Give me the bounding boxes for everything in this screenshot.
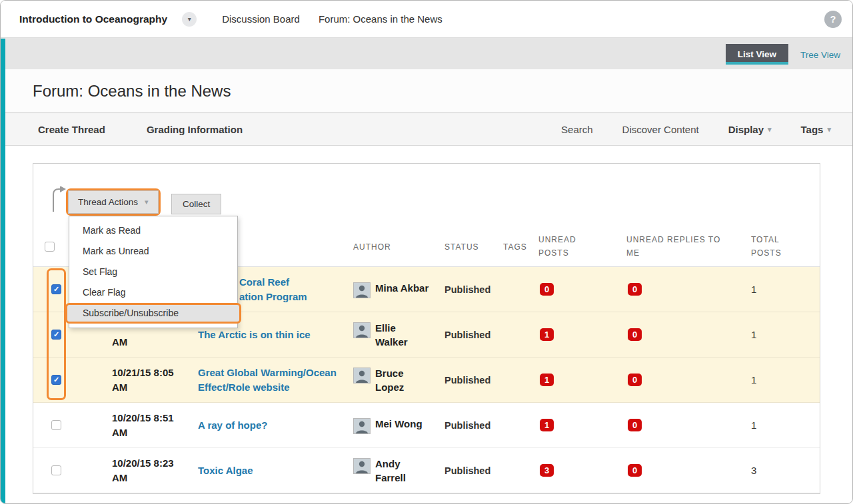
page-title: Forum: Oceans in the News: [33, 82, 231, 101]
column-header-unread-posts: UNREADPOSTS: [538, 234, 626, 260]
chevron-down-icon: ▾: [188, 15, 191, 23]
row-checkbox[interactable]: ✓: [51, 420, 61, 430]
author-cell: Mei Wong: [353, 417, 444, 434]
tags-menu-button[interactable]: Tags▾: [801, 124, 831, 135]
unread-posts-badge: 3: [540, 464, 554, 477]
author-avatar: [353, 418, 371, 434]
total-posts: 3: [751, 465, 820, 476]
unread-replies-badge: 0: [628, 283, 642, 296]
table-row: ✓ 10/20/15 8:51AM A ray of hope? Mei Won…: [33, 403, 820, 448]
total-posts: 1: [751, 284, 820, 295]
check-icon: ✓: [53, 330, 59, 339]
search-button[interactable]: Search: [561, 124, 593, 135]
column-header-status: STATUS: [444, 242, 503, 252]
collect-button[interactable]: Collect: [171, 194, 221, 214]
row-checkbox[interactable]: ✓: [51, 330, 61, 340]
action-bar: Create Thread Grading Information Search…: [1, 113, 852, 146]
author-cell: EllieWalker: [353, 321, 444, 349]
author-cell: AndyFarrell: [353, 457, 444, 485]
thread-link[interactable]: The Arctic is on thin ice: [198, 328, 353, 342]
top-navigation: Introduction to Oceanography ▾ Discussio…: [1, 1, 852, 38]
tab-tree-view[interactable]: Tree View: [800, 44, 840, 60]
course-menu-button[interactable]: ▾: [182, 12, 197, 27]
column-header-author: AUTHOR: [353, 242, 444, 252]
total-posts: 1: [751, 419, 820, 431]
menu-item-mark-as-unread[interactable]: Mark as Unread: [69, 241, 237, 262]
column-header-total-posts: TOTALPOSTS: [751, 234, 820, 260]
select-hint-arrow-icon: [51, 186, 67, 214]
chevron-down-icon: ▾: [827, 125, 831, 134]
thread-list-card: Thread Actions ▾ Collect ✓ AUTHOR STATUS…: [33, 163, 820, 494]
total-posts: 1: [751, 374, 820, 385]
author-avatar: [353, 322, 371, 338]
author-avatar: [353, 368, 371, 383]
thread-date: 10/20/15 8:51AM: [112, 411, 198, 440]
thread-date: 10/21/15 8:05AM: [112, 366, 198, 395]
thread-status: Published: [444, 375, 503, 385]
thread-link[interactable]: Great Global Warming/OceanEffect/Role we…: [198, 366, 353, 395]
row-checkbox[interactable]: ✓: [51, 465, 61, 475]
breadcrumb-current-forum: Forum: Oceans in the News: [319, 13, 442, 25]
author-avatar: [353, 458, 371, 474]
unread-posts-badge: 0: [540, 283, 554, 296]
display-menu-button[interactable]: Display▾: [728, 124, 772, 135]
course-title: Introduction to Oceanography: [19, 13, 167, 25]
select-all-checkbox[interactable]: ✓: [45, 242, 55, 252]
thread-status: Published: [444, 420, 503, 431]
page-header: Forum: Oceans in the News: [1, 69, 852, 113]
menu-item-mark-as-read[interactable]: Mark as Read: [69, 220, 237, 241]
check-icon: ✓: [53, 285, 59, 294]
grading-information-button[interactable]: Grading Information: [147, 124, 243, 135]
thread-actions-menu: Mark as Read Mark as Unread Set Flag Cle…: [69, 216, 238, 328]
thread-status: Published: [444, 284, 503, 295]
unread-replies-badge: 0: [628, 419, 642, 431]
help-button[interactable]: ?: [824, 11, 842, 28]
unread-replies-badge: 0: [628, 374, 642, 386]
main-content: Thread Actions ▾ Collect ✓ AUTHOR STATUS…: [1, 146, 852, 494]
column-header-unread-replies: UNREAD REPLIES TOME: [626, 234, 751, 260]
app-window: Introduction to Oceanography ▾ Discussio…: [0, 0, 853, 504]
total-posts: 1: [751, 329, 820, 340]
thread-link[interactable]: A ray of hope?: [198, 418, 353, 433]
menu-item-clear-flag[interactable]: Clear Flag: [69, 282, 237, 303]
create-thread-button[interactable]: Create Thread: [38, 124, 105, 135]
table-row: ✓ 10/20/15 8:23AM Toxic Algae AndyFarrel…: [33, 448, 820, 493]
thread-date: 10/20/15 8:23AM: [112, 456, 198, 485]
thread-link[interactable]: Toxic Algae: [198, 463, 353, 478]
unread-replies-badge: 0: [628, 328, 642, 341]
thread-status: Published: [444, 330, 503, 340]
tab-list-view[interactable]: List View: [726, 44, 788, 65]
table-row: ✓ 10/21/15 8:05AM Great Global Warming/O…: [33, 358, 820, 403]
view-toggle: List View Tree View: [726, 44, 840, 65]
author-avatar: [353, 282, 371, 298]
row-checkbox[interactable]: ✓: [51, 375, 61, 385]
author-cell: Mina Akbar: [353, 281, 444, 298]
view-toggle-band: List View Tree View: [1, 38, 852, 69]
check-icon: ✓: [53, 376, 59, 384]
thread-actions-button[interactable]: Thread Actions ▾: [68, 190, 159, 214]
author-cell: BruceLopez: [353, 366, 444, 394]
unread-replies-badge: 0: [628, 464, 642, 477]
annotation-highlight-thread-actions: Thread Actions ▾: [66, 188, 161, 216]
chevron-down-icon: ▾: [768, 125, 772, 134]
unread-posts-badge: 1: [540, 328, 554, 341]
discover-content-button[interactable]: Discover Content: [622, 124, 699, 135]
menu-item-set-flag[interactable]: Set Flag: [69, 262, 237, 282]
left-accent-stripe: [1, 39, 5, 503]
unread-posts-badge: 1: [540, 374, 554, 386]
column-header-tags: TAGS: [503, 242, 538, 252]
menu-item-subscribe-unsubscribe[interactable]: Subscribe/Unsubscribe: [65, 303, 241, 324]
breadcrumb-discussion-board[interactable]: Discussion Board: [222, 13, 300, 25]
unread-posts-badge: 1: [540, 419, 554, 431]
thread-status: Published: [444, 465, 503, 476]
chevron-down-icon: ▾: [145, 198, 149, 206]
row-checkbox[interactable]: ✓: [51, 284, 61, 294]
